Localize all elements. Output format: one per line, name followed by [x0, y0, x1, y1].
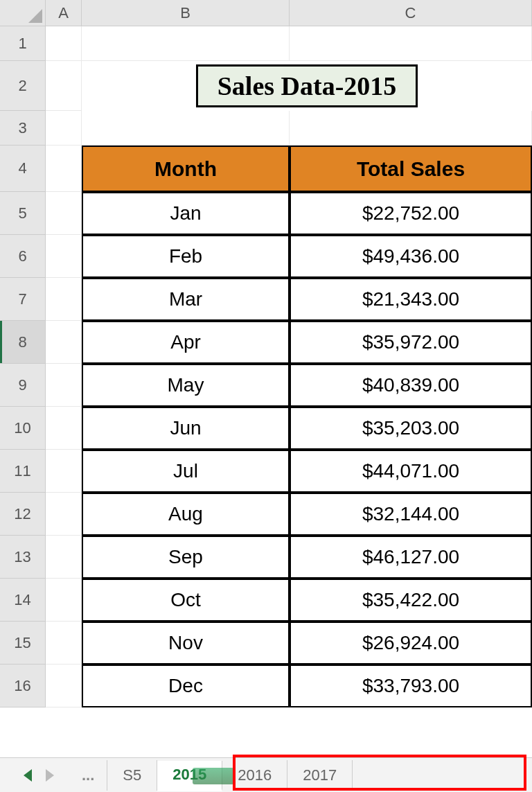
cell-month[interactable]: Nov: [82, 622, 290, 665]
cell[interactable]: [46, 278, 82, 321]
cell[interactable]: [46, 146, 82, 192]
cell-sales[interactable]: $40,839.00: [290, 364, 532, 407]
header-month[interactable]: Month: [82, 146, 290, 192]
cell[interactable]: [290, 111, 532, 146]
cell-sales[interactable]: $26,924.00: [290, 622, 532, 665]
cell-month[interactable]: Jul: [82, 450, 290, 493]
tab-nav-next-icon[interactable]: [46, 769, 54, 782]
header-sales[interactable]: Total Sales: [290, 146, 532, 192]
row-header-7[interactable]: 7: [0, 278, 46, 321]
cell[interactable]: [46, 26, 82, 61]
row-header-16[interactable]: 16: [0, 665, 46, 707]
row-header-4[interactable]: 4: [0, 146, 46, 192]
spreadsheet-grid: A B C 1 2 3 4 5 6 7 8 9 10 11 12 13 14 1…: [0, 0, 532, 707]
row-header-13[interactable]: 13: [0, 536, 46, 579]
cell-sales[interactable]: $33,793.00: [290, 665, 532, 707]
row-header-11[interactable]: 11: [0, 450, 46, 493]
cell-sales[interactable]: $21,343.00: [290, 278, 532, 321]
cell-sales[interactable]: $35,972.00: [290, 321, 532, 364]
cell[interactable]: [290, 26, 532, 61]
cell-month[interactable]: Oct: [82, 579, 290, 622]
row-header-9[interactable]: 9: [0, 364, 46, 407]
cell[interactable]: [46, 579, 82, 622]
row-header-15[interactable]: 15: [0, 622, 46, 665]
cell[interactable]: [46, 321, 82, 364]
cell[interactable]: [46, 111, 82, 146]
cell-month[interactable]: Jan: [82, 192, 290, 235]
row-header-10[interactable]: 10: [0, 407, 46, 450]
row-header-3[interactable]: 3: [0, 111, 46, 146]
cell[interactable]: [82, 26, 290, 61]
cell-sales[interactable]: $49,436.00: [290, 235, 532, 278]
cell[interactable]: [46, 622, 82, 665]
cell[interactable]: [82, 111, 290, 146]
row-header-6[interactable]: 6: [0, 235, 46, 278]
row-header-5[interactable]: 5: [0, 192, 46, 235]
cell-month[interactable]: Sep: [82, 536, 290, 579]
cell-sales[interactable]: $22,752.00: [290, 192, 532, 235]
tab-nav-prev-icon[interactable]: [24, 769, 32, 782]
cell[interactable]: [46, 364, 82, 407]
cell[interactable]: [46, 192, 82, 235]
row-header-2[interactable]: 2: [0, 61, 46, 111]
row-header-1[interactable]: 1: [0, 26, 46, 61]
cell-month[interactable]: Jun: [82, 407, 290, 450]
cell-month[interactable]: Feb: [82, 235, 290, 278]
cell-sales[interactable]: $46,127.00: [290, 536, 532, 579]
cell-sales[interactable]: $35,422.00: [290, 579, 532, 622]
cell[interactable]: [46, 493, 82, 536]
title-cell[interactable]: Sales Data-2015: [82, 61, 532, 111]
cell-month[interactable]: Mar: [82, 278, 290, 321]
cell-month[interactable]: Apr: [82, 321, 290, 364]
row-header-8[interactable]: 8: [0, 321, 46, 364]
cell-month[interactable]: Dec: [82, 665, 290, 707]
cell[interactable]: [46, 61, 82, 111]
tab-overflow-icon[interactable]: ...: [82, 766, 94, 784]
col-header-C[interactable]: C: [290, 0, 532, 26]
page-title: Sales Data-2015: [196, 64, 418, 107]
sheet-tab-s5[interactable]: S5: [107, 760, 157, 791]
cell-sales[interactable]: $32,144.00: [290, 493, 532, 536]
cell[interactable]: [46, 450, 82, 493]
row-header-14[interactable]: 14: [0, 579, 46, 622]
cell-sales[interactable]: $44,071.00: [290, 450, 532, 493]
cell[interactable]: [46, 665, 82, 707]
select-all-corner[interactable]: [0, 0, 46, 26]
cell-sales[interactable]: $35,203.00: [290, 407, 532, 450]
cell-month[interactable]: Aug: [82, 493, 290, 536]
sheet-tab-bar: ... S5 2015 2016 2017: [0, 757, 532, 792]
row-header-12[interactable]: 12: [0, 493, 46, 536]
cell[interactable]: [46, 235, 82, 278]
watermark-badge: [193, 768, 234, 784]
cell-month[interactable]: May: [82, 364, 290, 407]
col-header-A[interactable]: A: [46, 0, 82, 26]
cell[interactable]: [46, 536, 82, 579]
col-header-B[interactable]: B: [82, 0, 290, 26]
cell[interactable]: [46, 407, 82, 450]
sheet-tab-2017[interactable]: 2017: [287, 760, 353, 791]
